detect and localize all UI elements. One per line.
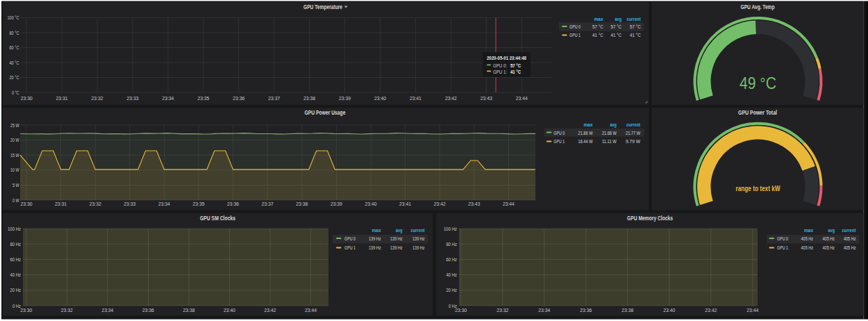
svg-text:0 W: 0 W [12, 197, 19, 204]
svg-text:23:32: 23:32 [61, 307, 73, 313]
svg-text:GPU Memory Clocks: GPU Memory Clocks [627, 215, 673, 222]
svg-text:20 Hz: 20 Hz [10, 287, 22, 293]
svg-text:23:43: 23:43 [468, 201, 480, 207]
svg-text:60 Hz: 60 Hz [10, 256, 22, 263]
svg-text:23:35: 23:35 [193, 201, 205, 207]
svg-text:57 °C: 57 °C [611, 24, 622, 30]
svg-text:GPU 0: GPU 0 [777, 236, 788, 242]
svg-text:41 °C: 41 °C [630, 32, 641, 38]
svg-text:21.68 W: 21.68 W [602, 130, 617, 136]
svg-text:23:39: 23:39 [339, 95, 351, 101]
svg-text:100 Hz: 100 Hz [8, 226, 21, 232]
svg-text:60 Hz: 60 Hz [446, 256, 458, 263]
svg-text:GPU Power Usage: GPU Power Usage [305, 109, 346, 116]
svg-text:GPU 0:: GPU 0: [493, 63, 507, 68]
svg-text:23:42: 23:42 [265, 307, 276, 313]
svg-text:23:38: 23:38 [303, 95, 315, 101]
svg-text:GPU 1: GPU 1 [553, 138, 565, 145]
svg-text:23:42: 23:42 [445, 95, 457, 101]
svg-text:49 °C: 49 °C [740, 74, 776, 92]
svg-text:23:42: 23:42 [705, 307, 717, 313]
svg-text:41 °C: 41 °C [510, 69, 521, 74]
svg-text:25 W: 25 W [10, 122, 19, 129]
svg-text:23:40: 23:40 [365, 201, 377, 207]
svg-text:405 Hz: 405 Hz [801, 236, 814, 242]
svg-text:max: max [372, 227, 382, 233]
svg-text:GPU Avg. Temp: GPU Avg. Temp [741, 3, 775, 10]
svg-text:23:37: 23:37 [268, 95, 280, 101]
svg-text:405 Hz: 405 Hz [823, 236, 835, 242]
svg-text:41 °C: 41 °C [611, 32, 622, 38]
svg-text:139 Hz: 139 Hz [390, 236, 403, 242]
svg-text:41 °C: 41 °C [592, 32, 603, 38]
svg-text:5 W: 5 W [12, 182, 19, 188]
svg-text:20 °C: 20 °C [10, 74, 19, 81]
svg-text:405 Hz: 405 Hz [823, 245, 835, 251]
svg-text:current: current [627, 16, 641, 22]
svg-text:GPU 1: GPU 1 [344, 245, 356, 251]
svg-text:80 Hz: 80 Hz [10, 241, 22, 247]
svg-text:23:34: 23:34 [101, 307, 113, 313]
svg-text:2020-05-01 23:44:48: 2020-05-01 23:44:48 [487, 56, 526, 60]
svg-text:23:39: 23:39 [331, 201, 342, 207]
svg-text:23:30: 23:30 [455, 307, 467, 313]
svg-text:11.11 W: 11.11 W [602, 138, 617, 145]
svg-text:23:30: 23:30 [21, 95, 33, 101]
svg-text:23:34: 23:34 [162, 95, 174, 101]
svg-text:23:44: 23:44 [305, 307, 317, 313]
svg-text:max: max [584, 122, 594, 128]
svg-text:139 Hz: 139 Hz [412, 245, 425, 251]
svg-text:avg: avg [396, 227, 403, 233]
svg-text:current: current [842, 227, 856, 233]
svg-text:23:33: 23:33 [124, 201, 135, 207]
svg-text:57 °C: 57 °C [592, 24, 603, 30]
svg-text:20 W: 20 W [10, 137, 19, 143]
svg-text:139 Hz: 139 Hz [369, 236, 381, 242]
svg-text:23:42: 23:42 [434, 201, 446, 207]
svg-text:current: current [626, 122, 640, 128]
svg-text:23:36: 23:36 [227, 201, 239, 207]
svg-text:23:32: 23:32 [496, 307, 508, 313]
svg-text:60 °C: 60 °C [10, 44, 19, 51]
svg-text:GPU 0: GPU 0 [569, 24, 581, 30]
svg-text:avg: avg [615, 16, 622, 22]
svg-text:21.77 W: 21.77 W [626, 130, 641, 136]
svg-text:40 Hz: 40 Hz [10, 272, 22, 278]
svg-text:10 W: 10 W [10, 167, 19, 173]
svg-text:23:33: 23:33 [127, 95, 139, 101]
svg-text:23:41: 23:41 [399, 201, 411, 207]
svg-text:23:36: 23:36 [233, 95, 244, 101]
svg-text:15 W: 15 W [10, 152, 19, 158]
svg-text:23:43: 23:43 [481, 95, 492, 101]
svg-text:23:44: 23:44 [503, 201, 515, 207]
svg-text:23:35: 23:35 [197, 95, 209, 101]
svg-text:23:34: 23:34 [538, 307, 550, 313]
svg-text:avg: avg [610, 122, 617, 128]
svg-text:405 Hz: 405 Hz [844, 236, 856, 242]
svg-text:20 Hz: 20 Hz [446, 287, 458, 293]
svg-text:9.79 W: 9.79 W [626, 138, 641, 145]
svg-text:40 Hz: 40 Hz [446, 272, 458, 278]
svg-text:80 Hz: 80 Hz [446, 241, 458, 247]
svg-text:21.86 W: 21.86 W [578, 130, 594, 136]
svg-text:80 °C: 80 °C [10, 30, 19, 36]
svg-text:max: max [804, 227, 814, 233]
svg-text:0 °C: 0 °C [12, 90, 19, 96]
svg-text:GPU 0: GPU 0 [344, 236, 356, 242]
svg-text:405 Hz: 405 Hz [844, 245, 856, 251]
svg-text:23:40: 23:40 [224, 307, 235, 313]
svg-text:23:32: 23:32 [90, 201, 101, 207]
svg-text:23:30: 23:30 [21, 201, 33, 207]
svg-text:40 °C: 40 °C [10, 60, 19, 66]
svg-text:23:38: 23:38 [296, 201, 308, 207]
svg-text:23:36: 23:36 [580, 307, 592, 313]
svg-text:100 °C: 100 °C [8, 15, 19, 21]
svg-text:GPU 0: GPU 0 [553, 130, 565, 136]
svg-text:139 Hz: 139 Hz [412, 236, 425, 242]
svg-text:23:32: 23:32 [92, 95, 103, 101]
svg-text:GPU SM Clocks: GPU SM Clocks [200, 215, 235, 222]
svg-text:23:30: 23:30 [20, 307, 32, 313]
svg-text:139 Hz: 139 Hz [390, 245, 403, 251]
svg-text:GPU 1: GPU 1 [777, 245, 788, 251]
svg-text:23:41: 23:41 [410, 95, 422, 101]
